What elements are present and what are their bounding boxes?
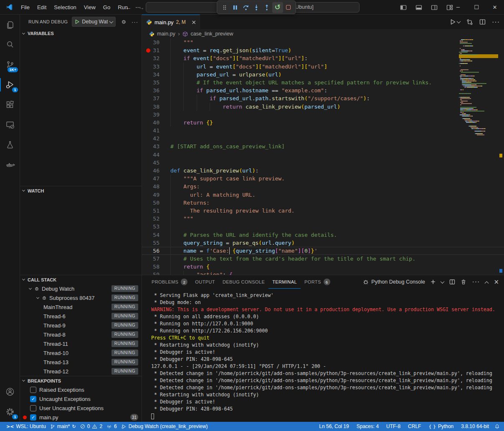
start-debug-icon[interactable] — [75, 19, 80, 24]
call-stack-item-subprocess-80437[interactable]: Subprocess 80437RUNNING — [20, 293, 142, 302]
breadcrumb-symbol[interactable]: case_link_preview — [190, 31, 233, 37]
code-line-40[interactable]: 40 return {} — [142, 119, 504, 127]
debug-session-indicator[interactable]: Debug Watch (create_link_preview) — [119, 423, 210, 429]
debug-step-out-button[interactable] — [262, 2, 272, 13]
code-line-41[interactable]: 41 — [142, 127, 504, 134]
notifications-bell-icon[interactable] — [494, 424, 500, 429]
minimize-button[interactable]: ─ — [449, 0, 467, 15]
eol-sequence[interactable]: CRLF — [406, 423, 423, 429]
split-terminal-icon[interactable] — [449, 279, 455, 285]
code-line-45[interactable]: 45 — [142, 159, 504, 167]
panel-tab-debug-console[interactable]: DEBUG CONSOLE — [219, 275, 268, 289]
code-line-44[interactable]: 44 — [142, 151, 504, 159]
code-line-30[interactable]: 30 """ — [142, 38, 504, 46]
maximize-panel-icon[interactable] — [485, 281, 489, 285]
breakpoint-checkbox[interactable]: ✓ — [30, 414, 36, 421]
activity-search[interactable] — [0, 35, 20, 55]
activity-docker[interactable] — [0, 155, 20, 175]
breadcrumb-file[interactable]: main.py — [157, 31, 175, 37]
breakpoint-item-uncaught-exceptions[interactable]: ✓Uncaught Exceptions — [20, 394, 142, 403]
code-line-42[interactable]: 42 — [142, 134, 504, 142]
panel-tab-ports[interactable]: PORTS6 — [301, 275, 334, 289]
variables-section-header[interactable]: VARIABLES — [20, 29, 142, 38]
debug-step-into-button[interactable] — [251, 2, 261, 13]
code-line-56[interactable]: 56 name = f'Case: {query_string["name"][… — [142, 247, 504, 255]
open-changes-icon[interactable] — [466, 19, 473, 25]
split-editor-icon[interactable] — [479, 19, 486, 25]
code-line-38[interactable]: 38 return case_link_preview(parsed_url) — [142, 103, 504, 111]
code-line-52[interactable]: 52 """ — [142, 215, 504, 223]
close-button[interactable]: ✕ — [486, 0, 504, 15]
debug-step-over-button[interactable] — [241, 2, 251, 13]
call-stack-item-thread-12[interactable]: Thread-12RUNNING — [20, 367, 142, 376]
close-panel-icon[interactable]: × — [494, 279, 499, 285]
debug-toolbar-drag-handle[interactable] — [219, 2, 230, 13]
call-stack-item-thread-6[interactable]: Thread-6RUNNING — [20, 312, 142, 321]
menu-file[interactable]: File — [17, 0, 33, 15]
maximize-button[interactable]: ☐ — [467, 0, 486, 15]
new-terminal-icon[interactable]: + — [431, 279, 436, 285]
code-line-34[interactable]: 34 parsed_url = urlparse(url) — [142, 71, 504, 79]
nav-forward-icon[interactable]: → — [138, 4, 144, 11]
panel-tab-problems[interactable]: PROBLEMS2 — [148, 275, 191, 289]
code-line-50[interactable]: 50 Returns: — [142, 199, 504, 207]
menu-go[interactable]: Go — [99, 0, 114, 15]
panel-more-actions-icon[interactable]: ··· — [472, 278, 480, 286]
code-line-35[interactable]: 35 # If the event object URL matches a s… — [142, 79, 504, 86]
overview-ruler[interactable] — [498, 38, 504, 275]
code-editor[interactable]: 30 """31 event = req.get_json(silent=Tru… — [142, 38, 504, 275]
code-line-47[interactable]: 47 """A support case link preview. — [142, 175, 504, 183]
terminal-instance-selector[interactable]: Python Debug Console — [363, 279, 425, 285]
toggle-sidebar-icon[interactable] — [400, 4, 407, 11]
code-line-53[interactable]: 53 — [142, 223, 504, 231]
run-python-file-button[interactable] — [450, 19, 460, 25]
activity-explorer[interactable] — [0, 15, 20, 35]
call-stack-section-header[interactable]: CALL STACK — [20, 275, 142, 284]
sidebar-more-actions-icon[interactable]: ··· — [132, 19, 138, 25]
code-line-59[interactable]: 59 "action": { — [142, 271, 504, 275]
terminal-dropdown-chevron-icon[interactable] — [441, 279, 445, 284]
breakpoint-item-raised-exceptions[interactable]: Raised Exceptions — [20, 385, 142, 394]
settings-button[interactable]: 1 — [0, 402, 20, 422]
code-line-33[interactable]: 33 url = event["docs"]["matchedUrl"]["ur… — [142, 63, 504, 71]
activity-source-control[interactable]: 1K+ — [0, 55, 20, 75]
activity-testing[interactable] — [0, 135, 20, 155]
terminal-output[interactable]: * Serving Flask app 'create_link_preview… — [142, 289, 504, 419]
panel-tab-output[interactable]: OUTPUT — [191, 275, 219, 289]
debug-restart-button[interactable]: ↺ — [272, 2, 283, 13]
code-line-46[interactable]: 46def case_link_preview(url): — [142, 167, 504, 175]
language-mode[interactable]: { } Python — [426, 423, 456, 429]
kill-terminal-trash-icon[interactable] — [461, 279, 466, 285]
code-line-48[interactable]: 48 Args: — [142, 183, 504, 190]
minimap[interactable] — [459, 39, 498, 185]
activity-run-debug[interactable]: 1 — [0, 75, 20, 95]
breakpoint-checkbox[interactable] — [30, 387, 36, 393]
code-line-37[interactable]: 37 if parsed_url.path.startswith("/suppo… — [142, 94, 504, 102]
nav-back-icon[interactable]: ← — [125, 4, 132, 11]
breakpoints-section-header[interactable]: BREAKPOINTS — [20, 376, 142, 385]
breakpoint-item-user-uncaught-exceptions[interactable]: User Uncaught Exceptions — [20, 403, 142, 413]
accounts-button[interactable] — [0, 382, 20, 402]
call-stack-item-mainthread[interactable]: MainThreadRUNNING — [20, 302, 142, 312]
code-line-57[interactable]: 57 # Uses the text from the card's heade… — [142, 255, 504, 263]
code-line-58[interactable]: 58 return { — [142, 263, 504, 271]
ports-indicator[interactable]: 6 — [104, 423, 119, 429]
launch-config-dropdown[interactable]: Debug Wat — [72, 17, 116, 27]
python-interpreter[interactable]: 3.8.10 64-bit — [459, 423, 491, 429]
activity-extensions[interactable] — [0, 95, 20, 115]
call-stack-item-thread-13[interactable]: Thread-13RUNNING — [20, 357, 142, 367]
code-line-39[interactable]: 39 — [142, 111, 504, 119]
panel-tab-terminal[interactable]: TERMINAL — [268, 275, 301, 289]
menu-view[interactable]: View — [80, 0, 99, 15]
menu-selection[interactable]: Selection — [50, 0, 80, 15]
cursor-position[interactable]: Ln 56, Col 19 — [317, 423, 351, 429]
editor-more-actions-icon[interactable]: ··· — [492, 18, 500, 26]
call-stack-item-thread-11[interactable]: Thread-11RUNNING — [20, 339, 142, 348]
call-stack-item-thread-10[interactable]: Thread-10RUNNING — [20, 348, 142, 357]
code-line-55[interactable]: 55 query_string = parse_qs(url.query) — [142, 239, 504, 247]
indentation[interactable]: Spaces: 4 — [355, 423, 381, 429]
debug-settings-gear-icon[interactable] — [121, 18, 127, 25]
debug-stop-button[interactable] — [283, 2, 294, 13]
code-line-31[interactable]: 31 event = req.get_json(silent=True) — [142, 46, 504, 54]
toggle-secondary-sidebar-icon[interactable] — [431, 4, 438, 11]
